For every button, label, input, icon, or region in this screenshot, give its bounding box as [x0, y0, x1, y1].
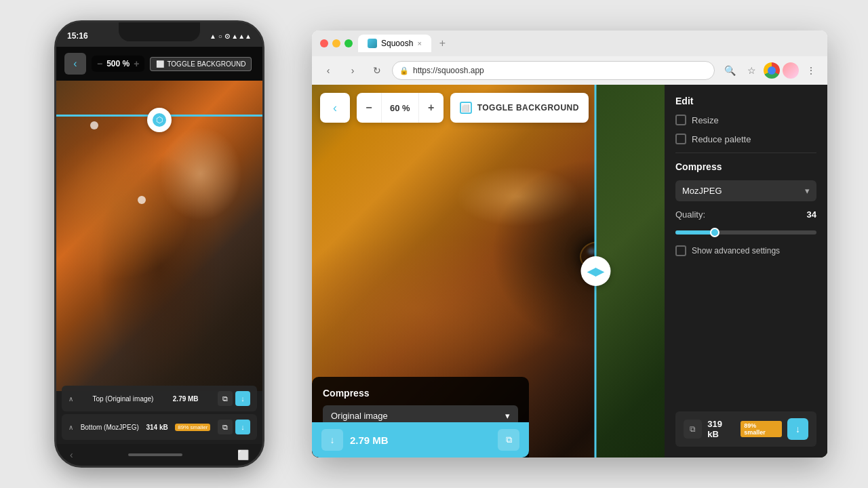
browser-address-bar[interactable]: 🔒 https://squoosh.app: [392, 61, 715, 80]
phone-nav-back[interactable]: ‹: [70, 449, 73, 460]
browser-title-bar: Squoosh × +: [312, 30, 827, 56]
codec-value: MozJPEG: [682, 186, 722, 196]
app-zoom-plus[interactable]: +: [419, 93, 443, 123]
resize-checkbox[interactable]: [675, 115, 686, 125]
phone-back-button[interactable]: ‹: [64, 53, 86, 75]
phone-copy-btn-2[interactable]: ⧉: [218, 420, 233, 434]
phone-zoom-value: 500 %: [106, 59, 130, 68]
app-zoom-controls: − 60 % +: [357, 93, 443, 123]
phone-screen: 15:16 ▲ ○ ⊙ ▲▲▲ ‹ − 500 % + ⬜: [56, 22, 262, 466]
phone-download-btn-2[interactable]: ↓: [235, 420, 250, 434]
phone-nav-menu[interactable]: ⬜: [237, 449, 249, 460]
phone-home-indicator: [128, 453, 182, 456]
phone-file-row-original: ∧ Top (Original image) 2.79 MB ⧉ ↓: [62, 386, 257, 411]
quality-slider-thumb[interactable]: [710, 228, 719, 237]
minimize-window-button[interactable]: [332, 39, 340, 47]
reduce-palette-checkbox-row: Reduce palette: [675, 134, 816, 144]
phone-bottom-panel: ∧ Top (Original image) 2.79 MB ⧉ ↓ ∧ Bot…: [56, 380, 262, 445]
compress-panel: Compress Original image ▾ ↓ 2.79 MB ⧉: [312, 377, 529, 458]
phone-dot-1: [90, 121, 98, 129]
right-panel: Edit Resize Reduce palette Compress MozJ…: [665, 85, 827, 458]
phone-mockup: 15:16 ▲ ○ ⊙ ▲▲▲ ‹ − 500 % + ⬜: [54, 20, 264, 468]
edit-section-title: Edit: [675, 96, 816, 106]
phone-file-size-2: 314 kB: [146, 424, 167, 431]
phone-app: ‹ − 500 % + ⬜ TOGGLE BACKGROUND: [56, 47, 262, 466]
phone-toggle-bg-label: TOGGLE BACKGROUND: [167, 60, 245, 68]
quality-row: Quality: 34: [675, 209, 816, 220]
phone-toggle-bg-button[interactable]: ⬜ TOGGLE BACKGROUND: [150, 57, 252, 71]
close-window-button[interactable]: [320, 39, 328, 47]
quality-label: Quality:: [675, 209, 705, 220]
tab-favicon: [368, 39, 377, 48]
phone-zoom-plus[interactable]: +: [134, 58, 139, 69]
browser-content: ◀▶ ‹ − 60 % + ⬜ TOGGLE BACKGROUND Compre…: [312, 85, 827, 458]
phone-zoom-minus[interactable]: −: [97, 58, 102, 69]
phone-nav-bar: ‹ ⬜: [56, 444, 262, 466]
phone-file-arrow-1: ∧: [68, 395, 73, 403]
codec-select[interactable]: MozJPEG ▾: [675, 180, 816, 201]
advanced-settings-label: Show advanced settings: [692, 246, 780, 256]
tab-title: Squoosh: [381, 39, 413, 48]
browser-bookmark-icon[interactable]: ☆: [742, 61, 761, 80]
compress-copy-button[interactable]: ⧉: [498, 429, 519, 451]
phone-copy-btn-1[interactable]: ⧉: [218, 391, 233, 406]
advanced-checkbox[interactable]: [675, 245, 686, 256]
maximize-window-button[interactable]: [344, 39, 353, 47]
phone-download-btn-1[interactable]: ↓: [235, 391, 250, 406]
browser-refresh-button[interactable]: ↻: [368, 61, 387, 80]
phone-split-handle-inner: ⬡: [153, 113, 166, 127]
phone-smaller-badge: 89% smaller: [175, 424, 210, 431]
browser-chrome: Squoosh × + ‹ › ↻ 🔒 https://squoosh.app …: [312, 30, 827, 85]
image-splitter[interactable]: ◀▶: [595, 85, 597, 458]
new-tab-button[interactable]: +: [439, 37, 446, 49]
browser-tab-squoosh[interactable]: Squoosh ×: [358, 35, 431, 52]
browser-search-icon[interactable]: 🔍: [720, 61, 739, 80]
panel-output-bar: ⧉ 319 kB 89% smaller ↓: [675, 411, 816, 447]
output-size-text: 319 kB: [707, 419, 735, 439]
compress-codec-arrow: ▾: [505, 411, 510, 421]
splitter-arrows-icon: ◀▶: [587, 265, 604, 278]
quality-value: 34: [807, 209, 816, 220]
output-copy-button[interactable]: ⧉: [684, 420, 702, 439]
app-back-button[interactable]: ‹: [320, 93, 350, 123]
compress-codec-value: Original image: [331, 411, 388, 421]
app-zoom-value: 60 %: [381, 93, 419, 123]
phone-split-handle[interactable]: ⬡: [147, 108, 172, 132]
codec-arrow-icon: ▾: [805, 186, 810, 196]
app-back-icon: ‹: [333, 101, 337, 115]
phone-frame: 15:16 ▲ ○ ⊙ ▲▲▲ ‹ − 500 % + ⬜: [54, 20, 264, 468]
browser-window: Squoosh × + ‹ › ↻ 🔒 https://squoosh.app …: [312, 30, 827, 458]
phone-zoom-controls: − 500 % +: [92, 56, 144, 72]
phone-file-size-1: 2.79 MB: [173, 395, 199, 403]
phone-file-label-2: Bottom (MozJPEG): [81, 424, 139, 431]
resize-label: Resize: [692, 115, 719, 125]
compress-size-text: 2.79 MB: [350, 434, 389, 446]
output-download-button[interactable]: ↓: [787, 418, 808, 440]
panel-divider: [675, 152, 816, 153]
reduce-palette-checkbox[interactable]: [675, 134, 686, 144]
browser-forward-button[interactable]: ›: [343, 61, 362, 80]
reduce-palette-label: Reduce palette: [692, 134, 751, 144]
traffic-lights: [320, 39, 353, 47]
url-text: https://squoosh.app: [413, 66, 484, 75]
compress-section-title: Compress: [675, 161, 816, 172]
phone-back-icon: ‹: [73, 58, 77, 70]
phone-file-row-compressed: ∧ Bottom (MozJPEG) 314 kB 89% smaller ⧉ …: [62, 414, 257, 440]
browser-back-button[interactable]: ‹: [319, 61, 338, 80]
app-zoom-minus[interactable]: −: [357, 93, 381, 123]
chrome-icon: [764, 62, 780, 79]
tab-close-button[interactable]: ×: [417, 39, 421, 47]
compress-panel-title: Compress: [323, 388, 518, 399]
user-avatar[interactable]: [783, 62, 799, 79]
compress-download-icon[interactable]: ↓: [321, 429, 343, 451]
browser-menu-icon[interactable]: ⋮: [802, 61, 821, 80]
app-toggle-bg-button[interactable]: ⬜ TOGGLE BACKGROUND: [450, 93, 589, 123]
toggle-bg-icon: ⬜: [460, 102, 472, 114]
phone-file-actions-2: ⧉ ↓: [218, 420, 250, 434]
quality-slider[interactable]: [675, 230, 816, 235]
output-smaller-badge: 89% smaller: [741, 421, 782, 437]
phone-toolbar: ‹ − 500 % + ⬜ TOGGLE BACKGROUND: [56, 47, 262, 81]
advanced-settings-row: Show advanced settings: [675, 245, 816, 256]
splitter-handle[interactable]: ◀▶: [580, 256, 610, 286]
lock-icon: 🔒: [399, 66, 409, 75]
